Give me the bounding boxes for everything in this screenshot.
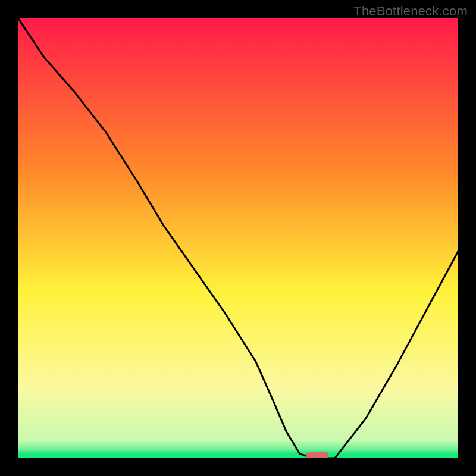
plot-area xyxy=(18,18,458,458)
bottleneck-curve-path xyxy=(18,18,458,458)
chart-outer: TheBottleneck.com xyxy=(0,0,476,476)
optimum-marker xyxy=(306,452,328,458)
watermark-text: TheBottleneck.com xyxy=(353,4,468,19)
curve-layer xyxy=(18,18,458,458)
